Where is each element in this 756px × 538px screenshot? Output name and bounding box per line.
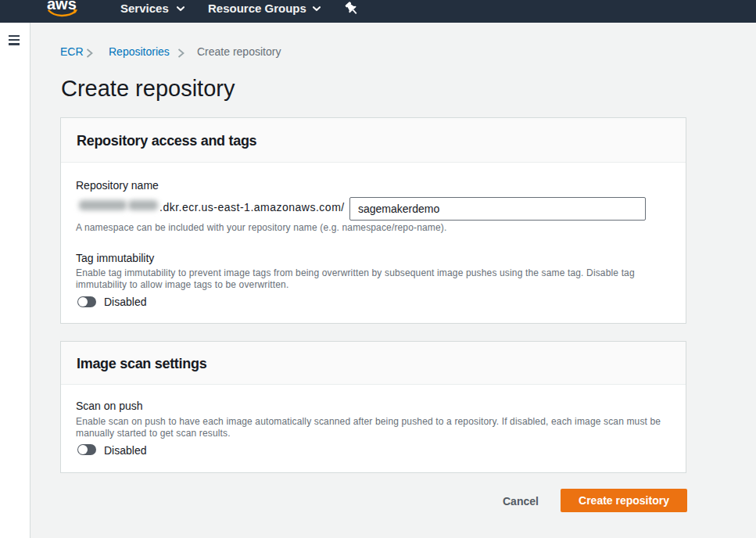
svg-text:aws: aws: [47, 0, 77, 13]
